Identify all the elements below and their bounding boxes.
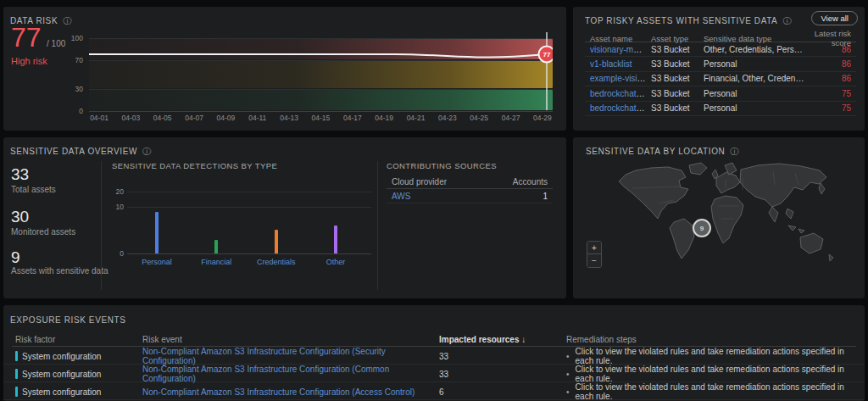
- risk-event-link[interactable]: Non-Compliant Amazon S3 Infrastructure C…: [142, 347, 439, 365]
- zoom-in-button[interactable]: +: [587, 242, 601, 254]
- risk-factor-cell: System configuration: [15, 369, 142, 379]
- y-tick-label: 10: [95, 203, 124, 211]
- remediation-cell: •Click to view the violated rules and ta…: [566, 382, 856, 401]
- sensitive-data-type-cell: Personal: [704, 103, 810, 113]
- marker-value: 77: [543, 51, 551, 58]
- contributing-sources-table: Cloud provider Accounts AWS1: [387, 175, 553, 203]
- sensitive-data-type-cell: Personal: [704, 59, 810, 69]
- asset-name-link[interactable]: bedrockchatstack...: [590, 89, 651, 98]
- x-tick-label: 04-11: [248, 114, 266, 122]
- info-icon[interactable]: ⓘ: [782, 17, 791, 25]
- x-tick-label: 04-21: [407, 114, 426, 122]
- stat-value: 30: [11, 209, 29, 225]
- table-row: System configurationNon-Compliant Amazon…: [3, 347, 865, 365]
- stat-label: Total assets: [11, 185, 56, 194]
- panel-data-risk: DATA RISK ⓘ 77 / 100 High risk 10070300 …: [3, 7, 566, 131]
- col-asset-type[interactable]: Asset type: [651, 34, 704, 43]
- sort-desc-icon: ↓: [521, 335, 526, 344]
- stat-label: Assets with sensitive data: [11, 266, 108, 276]
- risk-factor-bar-icon: [15, 369, 18, 379]
- risk-score-cell: 86: [810, 74, 851, 83]
- risk-score-cell: 75: [810, 89, 851, 98]
- risk-factor-label: System configuration: [22, 370, 101, 379]
- gridline-10: [127, 207, 371, 208]
- map-zoom-controls: + −: [587, 241, 602, 268]
- zoom-out-button[interactable]: −: [587, 254, 601, 267]
- col-data-type[interactable]: Sensitive data type: [704, 34, 810, 43]
- score-value: 77: [11, 22, 42, 53]
- risk-score-line: [89, 54, 547, 58]
- new-zealand: [829, 254, 833, 261]
- cloud-provider-link[interactable]: AWS: [392, 192, 497, 201]
- x-tick-label: 04-15: [312, 114, 331, 122]
- bar-personal[interactable]: [155, 212, 159, 253]
- accounts-cell: 1: [497, 192, 548, 201]
- map-bubble[interactable]: 9: [693, 219, 711, 237]
- table-row: v1-blacklistS3 BucketPersonal86: [585, 57, 856, 71]
- info-icon[interactable]: ⓘ: [142, 148, 151, 156]
- bar-financial[interactable]: [214, 240, 218, 253]
- col-accounts[interactable]: Accounts: [497, 177, 548, 187]
- top-assets-table: Asset name Asset type Sensitive data typ…: [585, 29, 856, 116]
- panel-sensitive-data-overview: SENSITIVE DATA OVERVIEW ⓘ 33Total assets…: [3, 137, 566, 298]
- sources-header: Cloud provider Accounts: [387, 175, 553, 189]
- col-risk-event[interactable]: Risk event: [142, 335, 439, 344]
- gridline-20: [127, 192, 371, 192]
- bar-credentials[interactable]: [275, 230, 278, 253]
- col-asset-name[interactable]: Asset name: [590, 34, 651, 43]
- risk-score-cell: 75: [810, 103, 851, 113]
- asset-name-link[interactable]: example-visionary...: [590, 74, 651, 83]
- col-remediation-steps[interactable]: Remediation steps: [566, 335, 856, 344]
- exposure-title: EXPOSURE RISK EVENTS: [10, 315, 125, 325]
- y-tick-label: 20: [95, 187, 124, 196]
- col-risk-factor[interactable]: Risk factor: [15, 335, 142, 344]
- impacted-resources-cell: 33: [439, 370, 566, 379]
- table-row: example-visionary...S3 BucketFinancial, …: [585, 72, 856, 86]
- remediation-text: Click to view the violated rules and tak…: [576, 365, 856, 383]
- x-tick-label: 04-03: [121, 114, 140, 122]
- table-row: System configurationNon-Compliant Amazon…: [3, 382, 865, 400]
- category-label-other[interactable]: Other: [326, 258, 346, 266]
- top-assets-header: Asset name Asset type Sensitive data typ…: [585, 29, 856, 42]
- asset-name-link[interactable]: bedrockchatstack...: [590, 103, 651, 113]
- view-all-button[interactable]: View all: [811, 11, 858, 25]
- stat-label: Monitored assets: [11, 227, 75, 237]
- table-row: bedrockchatstack...S3 BucketPersonal75: [585, 102, 856, 116]
- impacted-resources-cell: 33: [439, 352, 566, 361]
- category-label-personal[interactable]: Personal: [142, 258, 172, 266]
- divider: [101, 161, 102, 290]
- x-tick-label: 04-17: [343, 114, 362, 122]
- europe: [716, 172, 740, 193]
- panel-exposure-risk-events: EXPOSURE RISK EVENTS Risk factor Risk ev…: [3, 305, 865, 401]
- top-assets-title: TOP RISKY ASSETS WITH SENSITIVE DATA: [585, 16, 777, 25]
- category-label-credentials[interactable]: Credentials: [257, 258, 296, 266]
- category-label-financial[interactable]: Financial: [201, 258, 231, 266]
- risk-event-link[interactable]: Non-Compliant Amazon S3 Infrastructure C…: [142, 387, 439, 397]
- x-tick-label: 04-19: [375, 114, 393, 122]
- world-map[interactable]: 9: [607, 159, 849, 268]
- bullet-icon: •: [566, 387, 570, 397]
- southeast-asia: [786, 209, 793, 219]
- risk-factor-cell: System configuration: [15, 351, 142, 361]
- x-tick-label: 04-23: [438, 114, 457, 122]
- asset-name-link[interactable]: v1-blacklist: [590, 59, 651, 69]
- asset-type-cell: S3 Bucket: [651, 103, 704, 113]
- table-row: System configurationNon-Compliant Amazon…: [3, 365, 865, 382]
- sensitive-data-type-cell: Other, Credentials, Personal: [704, 45, 810, 54]
- info-icon[interactable]: ⓘ: [730, 148, 738, 156]
- risk-event-link[interactable]: Non-Compliant Amazon S3 Infrastructure C…: [142, 365, 439, 383]
- panel-top-risky-assets: TOP RISKY ASSETS WITH SENSITIVE DATA ⓘ V…: [573, 7, 865, 131]
- col-cloud-provider[interactable]: Cloud provider: [392, 177, 497, 187]
- exposure-header: Risk factor Risk event Impacted resource…: [3, 332, 865, 346]
- x-tick-label: 04-05: [153, 114, 172, 122]
- asset-type-cell: S3 Bucket: [651, 45, 704, 54]
- x-tick-label: 04-07: [185, 114, 203, 122]
- x-tick-label: 04-27: [502, 114, 520, 122]
- asset-name-link[interactable]: visionary-moment...: [590, 45, 651, 54]
- bar-other[interactable]: [334, 226, 337, 253]
- remediation-text: Click to view the violated rules and tak…: [576, 347, 856, 365]
- col-impacted-resources[interactable]: Impacted resources ↓: [439, 335, 566, 344]
- x-tick-label: 04-13: [280, 114, 298, 122]
- remediation-text: Click to view the violated rules and tak…: [576, 382, 856, 401]
- remediation-cell: •Click to view the violated rules and ta…: [566, 365, 856, 383]
